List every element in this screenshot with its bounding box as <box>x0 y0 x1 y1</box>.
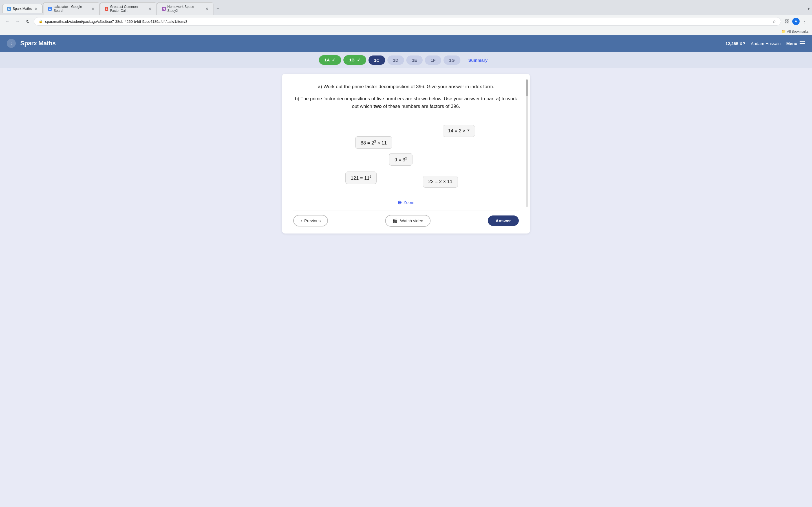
tab-1f-label: 1F <box>430 58 436 62</box>
tab-google[interactable]: G calculator - Google Search ✕ <box>43 2 100 15</box>
tab-title-google: calculator - Google Search <box>54 5 89 13</box>
tab-close-gcf[interactable]: ✕ <box>148 6 152 11</box>
tab-1e[interactable]: 1E <box>406 55 423 65</box>
tab-1d[interactable]: 1D <box>388 55 404 65</box>
tab-1b-label: 1B <box>349 57 354 62</box>
forward-button[interactable]: → <box>13 17 21 25</box>
chrome-menu-button[interactable]: ⋮ <box>801 17 809 25</box>
app-header: ‹ Sparx Maths 12,265 XP Aadam Hussain Me… <box>0 35 812 52</box>
tab-1d-label: 1D <box>393 58 398 62</box>
scroll-track[interactable] <box>526 79 528 207</box>
previous-button[interactable]: ‹ Previous <box>293 215 328 226</box>
expression-121[interactable]: 121 = 112 <box>345 172 377 184</box>
tab-sparx[interactable]: S Sparx Maths ✕ <box>2 4 43 13</box>
bookmarks-label: All Bookmarks <box>787 30 809 34</box>
tab-favicon-gcf: Σ <box>105 7 108 11</box>
back-button[interactable]: ← <box>3 17 11 25</box>
question-part-a: a) Work out the prime factor decompositi… <box>293 83 519 91</box>
svg-rect-2 <box>788 22 789 23</box>
zoom-button[interactable]: ⊕ Zoom <box>398 200 414 206</box>
back-to-home-button[interactable]: ‹ <box>7 39 16 48</box>
tab-close-studyx[interactable]: ✕ <box>205 6 209 11</box>
tab-1a-check: ✓ <box>332 57 336 62</box>
tab-title-gcf: Greatest Common Factor Cal... <box>110 5 146 13</box>
xp-display: 12,265 XP <box>725 41 745 46</box>
tab-title-sparx: Sparx Maths <box>13 7 32 11</box>
tab-close-google[interactable]: ✕ <box>91 6 95 11</box>
nav-bar: ← → ↻ 🔒 sparxmaths.uk/student/package/c3… <box>0 15 812 28</box>
expression-22[interactable]: 22 = 2 × 11 <box>423 176 458 187</box>
tab-favicon-studyx: H <box>162 7 165 11</box>
new-tab-button[interactable]: + <box>214 5 222 13</box>
answer-button[interactable]: Answer <box>488 216 519 226</box>
zoom-label: Zoom <box>403 200 414 205</box>
zoom-area: ⊕ Zoom <box>293 197 519 210</box>
tab-1c[interactable]: 1C <box>368 55 385 65</box>
answer-label: Answer <box>496 218 511 223</box>
app-logo: Sparx Maths <box>20 40 56 47</box>
address-bar[interactable]: 🔒 sparxmaths.uk/student/package/c3bdbae7… <box>34 17 781 25</box>
scroll-thumb <box>526 79 528 96</box>
bookmark-star-icon[interactable]: ☆ <box>772 19 776 24</box>
lock-icon: 🔒 <box>39 19 43 23</box>
tab-favicon-google: G <box>48 7 52 11</box>
url-text: sparxmaths.uk/student/package/c3bdbae7-3… <box>45 19 770 24</box>
question-text: a) Work out the prime factor decompositi… <box>293 83 519 110</box>
bottom-bar: ‹ Previous 🎬 Watch video Answer <box>293 210 519 227</box>
expression-88[interactable]: 88 = 23 × 11 <box>355 136 392 149</box>
expression-14[interactable]: 14 = 2 × 7 <box>443 125 475 137</box>
menu-label: Menu <box>786 41 797 46</box>
question-part-b: b) The prime factor decompositions of fi… <box>293 95 519 110</box>
tab-bar-controls: ▾ <box>808 6 810 11</box>
question-part-b-end: of these numbers are factors of 396. <box>382 104 460 109</box>
extensions-button[interactable] <box>783 17 791 25</box>
math-expressions-area: 88 = 23 × 11 14 = 2 × 7 9 = 32 121 = 112… <box>293 119 519 193</box>
watch-video-button[interactable]: 🎬 Watch video <box>385 215 430 227</box>
tab-1b[interactable]: 1B ✓ <box>343 55 366 65</box>
tab-1g[interactable]: 1G <box>444 55 460 65</box>
bookmarks-bar: 📁 All Bookmarks <box>0 28 812 35</box>
tab-close-sparx[interactable]: ✕ <box>35 6 38 11</box>
tab-summary[interactable]: Summary <box>463 55 493 65</box>
question-part-b-bold: two <box>373 104 382 109</box>
reload-button[interactable]: ↻ <box>24 17 32 25</box>
previous-label: Previous <box>304 218 320 223</box>
tab-1g-label: 1G <box>449 58 455 62</box>
browser-chrome: S Sparx Maths ✕ G calculator - Google Se… <box>0 0 812 35</box>
zoom-plus-icon: ⊕ <box>398 200 402 206</box>
tab-title-studyx: Homework Space - StudyX <box>167 5 203 13</box>
task-tabs: 1A ✓ 1B ✓ 1C 1D 1E 1F 1G Summary <box>0 52 812 68</box>
user-avatar[interactable]: A <box>792 18 800 25</box>
tab-summary-label: Summary <box>468 58 488 62</box>
username-display: Aadam Hussain <box>751 41 781 46</box>
previous-arrow-icon: ‹ <box>301 218 302 223</box>
question-card: a) Work out the prime factor decompositi… <box>282 74 530 233</box>
hamburger-icon <box>800 41 805 45</box>
tab-bar: S Sparx Maths ✕ G calculator - Google Se… <box>0 0 812 15</box>
tab-1c-label: 1C <box>374 58 379 62</box>
expression-9[interactable]: 9 = 32 <box>389 153 412 166</box>
watch-video-label: Watch video <box>400 218 423 223</box>
tab-1e-label: 1E <box>412 58 417 62</box>
menu-button[interactable]: Menu <box>786 41 805 46</box>
tab-1f[interactable]: 1F <box>425 55 441 65</box>
header-right: 12,265 XP Aadam Hussain Menu <box>725 41 805 46</box>
tab-gcf[interactable]: Σ Greatest Common Factor Cal... ✕ <box>100 2 156 15</box>
tab-list-button[interactable]: ▾ <box>808 6 810 11</box>
svg-rect-0 <box>785 20 787 21</box>
header-left: ‹ Sparx Maths <box>7 39 56 48</box>
bookmark-folder-icon: 📁 <box>781 29 786 34</box>
main-content: a) Work out the prime factor decompositi… <box>0 68 812 239</box>
tab-1b-check: ✓ <box>357 57 361 62</box>
svg-rect-3 <box>785 22 787 23</box>
video-icon: 🎬 <box>393 218 398 223</box>
tab-1a-label: 1A <box>324 57 330 62</box>
svg-rect-1 <box>788 20 789 21</box>
tab-studyx[interactable]: H Homework Space - StudyX ✕ <box>157 2 213 15</box>
browser-nav-icons: A ⋮ <box>783 17 809 25</box>
tab-favicon-sparx: S <box>7 7 11 11</box>
tab-1a[interactable]: 1A ✓ <box>319 55 342 65</box>
